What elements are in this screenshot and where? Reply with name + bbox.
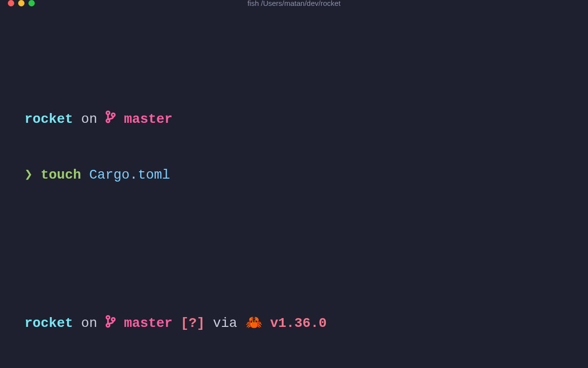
svg-point-2 [112, 114, 115, 116]
command-args: Cargo.toml [89, 167, 170, 183]
terminal-viewport[interactable]: rocket on master ❯ touch Cargo.toml rock… [0, 6, 588, 368]
prompt-line: rocket on master [24, 110, 564, 129]
blank-line [24, 221, 564, 240]
crab-icon: 🦀 [245, 314, 262, 333]
prompt-via: via [213, 316, 238, 331]
close-icon[interactable] [8, 0, 14, 6]
prompt-on: on [81, 316, 98, 331]
prompt-line: rocket on master [?] via 🦀 v1.36.0 [24, 314, 564, 333]
window-title: fish /Users/matan/dev/rocket [0, 0, 588, 7]
prompt-dir: rocket [24, 112, 73, 127]
prompt-branch: master [124, 316, 172, 331]
minimize-icon[interactable] [18, 0, 24, 6]
runtime-version: v1.36.0 [270, 316, 327, 331]
traffic-lights [8, 0, 35, 6]
zoom-icon[interactable] [28, 0, 35, 6]
terminal-window: fish /Users/matan/dev/rocket rocket on m… [0, 0, 588, 368]
prompt-dir: rocket [24, 316, 73, 331]
git-branch-icon [105, 316, 116, 331]
svg-point-0 [106, 112, 109, 115]
command-name: touch [41, 167, 81, 183]
svg-point-3 [106, 316, 109, 319]
prompt-symbol: ❯ [24, 167, 33, 183]
svg-point-5 [112, 318, 115, 321]
git-status: [?] [181, 316, 205, 331]
prompt-branch: master [124, 112, 172, 127]
prompt-on: on [81, 112, 98, 127]
titlebar: fish /Users/matan/dev/rocket [0, 0, 588, 6]
git-branch-icon [105, 112, 116, 127]
command-line: ❯ touch Cargo.toml [24, 166, 564, 184]
